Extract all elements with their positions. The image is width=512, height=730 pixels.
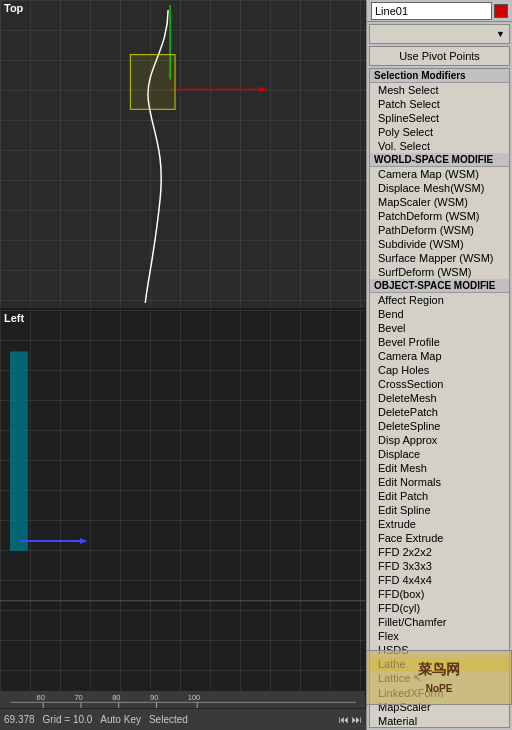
selection-display: Selected: [149, 714, 188, 725]
list-item[interactable]: FFD 2x2x2: [370, 545, 509, 559]
svg-rect-8: [10, 691, 356, 708]
list-item[interactable]: SplineSelect: [370, 111, 509, 125]
list-item[interactable]: Surface Mapper (WSM): [370, 251, 509, 265]
viewport-bottom-label: Left: [4, 312, 24, 324]
object-name-box[interactable]: Line01: [371, 2, 492, 20]
svg-text:80: 80: [112, 693, 120, 702]
list-item[interactable]: Displace Mesh(WSM): [370, 181, 509, 195]
list-item[interactable]: Bevel Profile: [370, 335, 509, 349]
list-item[interactable]: Flex: [370, 629, 509, 643]
grid-display: Grid = 10.0: [43, 714, 93, 725]
list-item[interactable]: Edit Patch: [370, 489, 509, 503]
section-header: OBJECT-SPACE MODIFIE: [370, 279, 509, 293]
watermark: 菜鸟网NoPE: [366, 650, 512, 705]
viewport-top[interactable]: Top: [0, 0, 366, 310]
list-item[interactable]: Camera Map: [370, 349, 509, 363]
modifier-dropdown[interactable]: ▼: [369, 24, 510, 44]
svg-text:70: 70: [74, 693, 82, 702]
list-item[interactable]: Poly Select: [370, 125, 509, 139]
list-item[interactable]: Material: [370, 714, 509, 728]
panel-header: Line01: [367, 0, 512, 22]
list-item[interactable]: DeleteMesh: [370, 391, 509, 405]
color-swatch[interactable]: [494, 4, 508, 18]
section-header: Selection Modifiers: [370, 69, 509, 83]
list-item[interactable]: PatchDeform (WSM): [370, 209, 509, 223]
object-name: Line01: [375, 5, 408, 17]
list-item[interactable]: Bevel: [370, 321, 509, 335]
viewport-top-label: Top: [4, 2, 23, 14]
svg-marker-6: [80, 538, 88, 544]
list-item[interactable]: Displace: [370, 447, 509, 461]
list-item[interactable]: Edit Spline: [370, 503, 509, 517]
svg-text:100: 100: [188, 693, 201, 702]
dropdown-arrow-icon: ▼: [496, 29, 505, 39]
list-item[interactable]: Patch Select: [370, 97, 509, 111]
svg-text:90: 90: [150, 693, 158, 702]
list-item[interactable]: DeleteSpline: [370, 419, 509, 433]
svg-text:60: 60: [37, 693, 45, 702]
use-pivot-label: Use Pivot Points: [399, 50, 480, 62]
list-item[interactable]: SurfDeform (WSM): [370, 265, 509, 279]
list-item[interactable]: DeletePatch: [370, 405, 509, 419]
list-item[interactable]: MapScaler (WSM): [370, 195, 509, 209]
bottom-viewport-svg: [0, 310, 365, 730]
list-item[interactable]: Disp Approx: [370, 433, 509, 447]
list-item[interactable]: Fillet/Chamfer: [370, 615, 509, 629]
list-item[interactable]: Vol. Select: [370, 139, 509, 153]
svg-rect-3: [130, 55, 175, 110]
list-item[interactable]: FFD(cyl): [370, 601, 509, 615]
list-item[interactable]: CrossSection: [370, 377, 509, 391]
status-bar: 69.378 Grid = 10.0 Auto Key Selected ⏮ ⏭: [0, 708, 366, 730]
list-item[interactable]: Mesh Select: [370, 83, 509, 97]
viewport-bottom[interactable]: Left 60 70 80 90: [0, 310, 365, 730]
list-item[interactable]: Cap Holes: [370, 363, 509, 377]
list-item[interactable]: Edit Mesh: [370, 461, 509, 475]
mode-display: Auto Key: [100, 714, 141, 725]
section-header: WORLD-SPACE MODIFIE: [370, 153, 509, 167]
list-item[interactable]: Extrude: [370, 517, 509, 531]
ruler: 60 70 80 90 100: [0, 690, 365, 708]
list-item[interactable]: PathDeform (WSM): [370, 223, 509, 237]
list-item[interactable]: Affect Region: [370, 293, 509, 307]
svg-rect-4: [10, 351, 28, 550]
right-panel: Line01 ▼ Use Pivot Points Selection Modi…: [366, 0, 512, 730]
list-item[interactable]: Face Extrude: [370, 531, 509, 545]
list-item[interactable]: Bend: [370, 307, 509, 321]
list-item[interactable]: FFD(box): [370, 587, 509, 601]
list-item[interactable]: FFD 3x3x3: [370, 559, 509, 573]
list-item[interactable]: Subdivide (WSM): [370, 237, 509, 251]
viewport-area: Top Left: [0, 0, 366, 730]
svg-marker-2: [260, 86, 268, 92]
use-pivot-button[interactable]: Use Pivot Points: [369, 46, 510, 66]
list-item[interactable]: Edit Normals: [370, 475, 509, 489]
modifier-list[interactable]: Selection ModifiersMesh SelectPatch Sele…: [369, 68, 510, 728]
spline-svg: [0, 0, 366, 308]
play-controls[interactable]: ⏮ ⏭: [339, 714, 362, 725]
list-item[interactable]: Camera Map (WSM): [370, 167, 509, 181]
coords-display: 69.378: [4, 714, 35, 725]
list-item[interactable]: FFD 4x4x4: [370, 573, 509, 587]
